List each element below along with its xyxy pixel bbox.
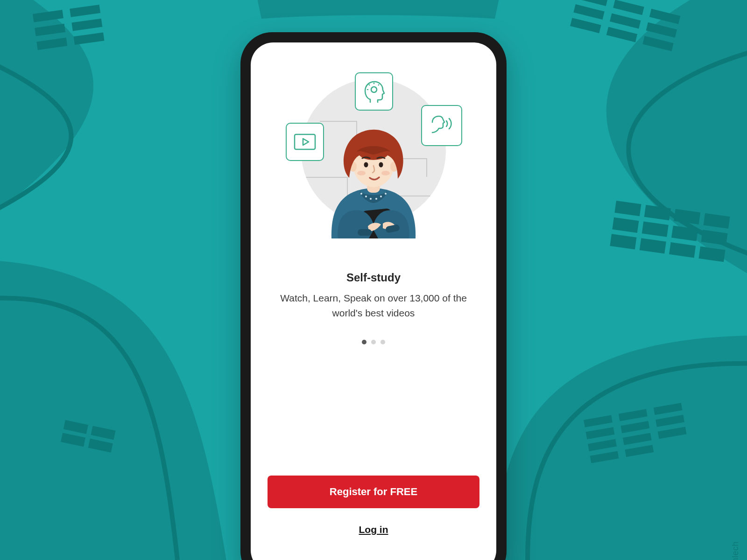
- svg-point-62: [381, 171, 390, 175]
- onboarding-title: Self-study: [274, 271, 473, 284]
- page-dot-2[interactable]: [371, 340, 376, 344]
- onboarding-subtitle: Watch, Learn, Speak on over 13,000 of th…: [274, 291, 473, 320]
- svg-point-51: [370, 198, 372, 200]
- person-illustration: [313, 103, 434, 238]
- svg-point-61: [357, 171, 366, 175]
- phone-screen: Self-study Watch, Learn, Speak on over 1…: [251, 42, 496, 560]
- svg-rect-64: [358, 229, 372, 236]
- svg-point-44: [371, 87, 377, 92]
- svg-point-60: [379, 162, 383, 168]
- phone-frame: Self-study Watch, Learn, Speak on over 1…: [240, 32, 507, 560]
- watermark-handle: @kimlech: [731, 541, 740, 560]
- svg-point-50: [365, 196, 367, 197]
- idea-head-icon: [355, 72, 393, 111]
- login-link[interactable]: Log in: [359, 524, 388, 535]
- svg-line-46: [369, 84, 370, 85]
- svg-line-47: [378, 84, 379, 85]
- onboarding-hero: [251, 42, 496, 238]
- play-video-icon: [286, 123, 324, 161]
- svg-rect-43: [295, 134, 315, 149]
- svg-point-52: [375, 198, 377, 200]
- svg-point-53: [380, 196, 382, 197]
- svg-point-54: [385, 193, 387, 195]
- onboarding-text: Self-study Watch, Learn, Speak on over 1…: [251, 238, 496, 344]
- svg-point-59: [364, 162, 368, 168]
- page-dot-3[interactable]: [381, 340, 385, 344]
- onboarding-actions: Register for FREE Log in: [251, 476, 496, 560]
- svg-point-49: [360, 193, 362, 195]
- register-button[interactable]: Register for FREE: [268, 476, 479, 508]
- page-indicator[interactable]: [274, 340, 473, 344]
- page-dot-1[interactable]: [362, 340, 366, 344]
- speak-sound-icon: [421, 105, 462, 146]
